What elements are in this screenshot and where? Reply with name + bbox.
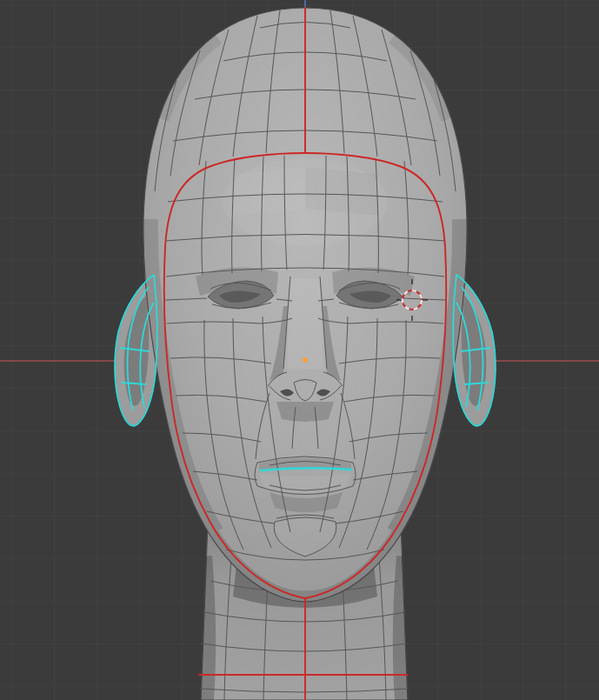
under-nose-shadow — [276, 402, 334, 422]
blender-3d-viewport[interactable] — [0, 0, 599, 700]
object-origin-dot[interactable] — [303, 357, 308, 363]
viewport-canvas — [0, 0, 599, 700]
nose-bridge-highlight — [287, 278, 323, 369]
